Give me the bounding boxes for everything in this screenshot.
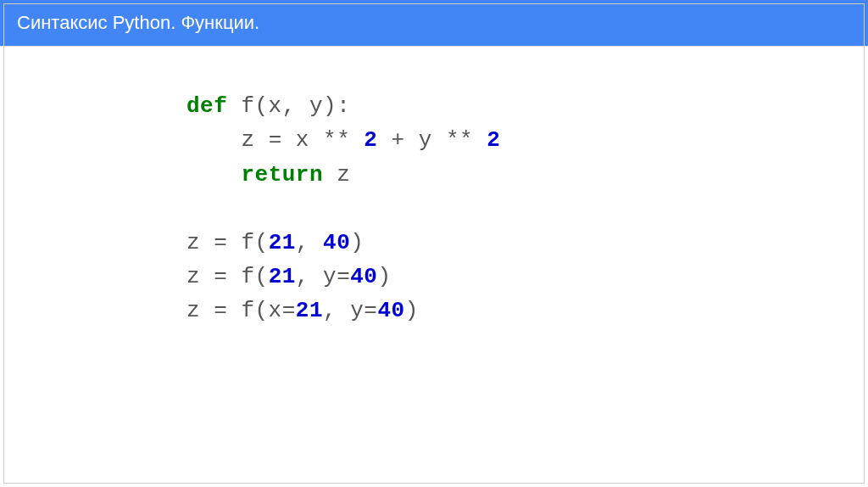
code-line-1: def f(x, y):	[186, 89, 868, 123]
code-number: 21	[269, 230, 296, 255]
code-text: ,	[296, 230, 323, 255]
code-text: )	[405, 298, 419, 323]
code-indent	[186, 127, 241, 153]
slide-header: Синтаксис Python. Функции.	[0, 0, 868, 46]
code-number: 40	[323, 230, 350, 255]
code-text: z = f(x=	[186, 298, 296, 323]
keyword-return: return	[241, 162, 323, 188]
slide-title: Синтаксис Python. Функции.	[17, 12, 259, 33]
code-line-4: z = f(21, 40)	[186, 226, 868, 260]
code-text: )	[350, 230, 364, 255]
code-text: )	[377, 264, 391, 289]
code-line-6: z = f(x=21, y=40)	[186, 294, 868, 327]
code-text: z = f(	[186, 264, 269, 289]
code-text: z = x **	[241, 127, 364, 153]
code-number: 2	[487, 127, 500, 153]
code-line-2: z = x ** 2 + y ** 2	[186, 123, 868, 157]
code-text: z = f(	[186, 230, 269, 255]
code-text: f(x, y):	[227, 93, 350, 119]
code-block: def f(x, y): z = x ** 2 + y ** 2 return …	[0, 89, 868, 328]
code-number: 40	[350, 264, 377, 289]
slide-content: def f(x, y): z = x ** 2 + y ** 2 return …	[0, 46, 868, 487]
code-number: 40	[377, 298, 404, 323]
code-text: , y=	[323, 298, 377, 323]
code-gap	[186, 192, 868, 226]
code-number: 21	[269, 264, 296, 289]
code-number: 21	[296, 298, 323, 323]
code-indent	[186, 162, 241, 188]
code-line-3: return z	[186, 158, 868, 192]
keyword-def: def	[186, 93, 227, 119]
code-text: + y **	[377, 127, 487, 153]
code-number: 2	[364, 127, 377, 153]
code-text: , y=	[296, 264, 350, 289]
code-text: z	[323, 162, 350, 188]
code-line-5: z = f(21, y=40)	[186, 260, 868, 294]
